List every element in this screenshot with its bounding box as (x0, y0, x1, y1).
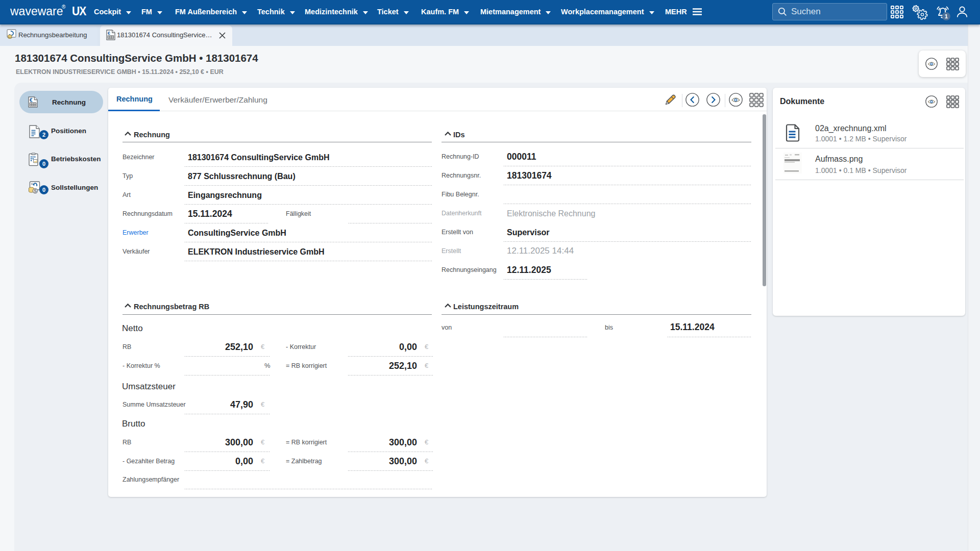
svg-text:€: € (108, 30, 111, 36)
svg-text:S: S (34, 188, 37, 193)
svg-text:1: 1 (945, 13, 948, 19)
svg-text:€: € (30, 97, 33, 103)
